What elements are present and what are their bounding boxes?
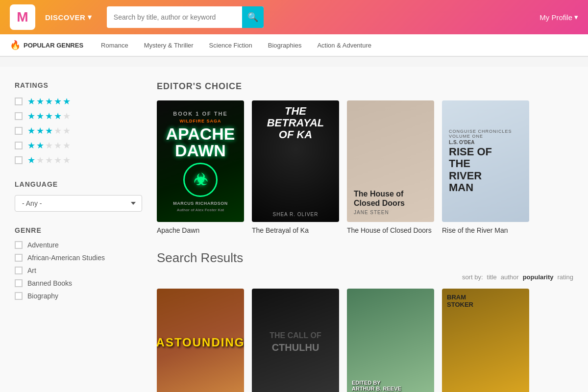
betrayal-inner: THEBETRAYALOF KA SHEA R. OLIVER (252, 100, 339, 222)
stoker-inner: BRAMSTOKER (442, 289, 529, 392)
sort-row: sort by: title author popularity rating (157, 273, 573, 281)
book-title-apache: Apache Dawn (157, 226, 244, 236)
house-author: JANE STEEN (354, 210, 389, 215)
rating-row-3: ★ ★ ★ ★ ★ (15, 125, 142, 136)
star-filled: ★ (36, 140, 44, 151)
book-title-betrayal: The Betrayal of Ka (252, 226, 339, 236)
star-empty: ★ (45, 140, 53, 151)
rating-checkbox-3[interactable] (15, 127, 23, 135)
result-cover-astounding: ASTOUNDING (157, 289, 244, 392)
apache-saga: WILDFIRE SAGA (180, 119, 221, 123)
book-cover-house: The House ofClosed Doors JANE STEEN (347, 100, 434, 222)
genre-section: GENRE Adventure African-American Studies… (15, 226, 142, 300)
genre-link-mystery[interactable]: Mystery & Thriller (136, 34, 201, 56)
star-empty: ★ (63, 155, 71, 166)
book-card-house[interactable]: The House ofClosed Doors JANE STEEN The … (347, 100, 434, 236)
language-select[interactable]: - Any - English Spanish French (15, 195, 142, 212)
rating-checkbox-5[interactable] (15, 98, 23, 105)
result-book-astounding[interactable]: ASTOUNDING (157, 289, 244, 392)
rise-title-text: RISE OFTHERIVERMAN (449, 146, 492, 194)
book-cover-rise: Conguise Chronicles Volume One L.S. O'DE… (442, 100, 529, 222)
rating-checkbox-2[interactable] (15, 142, 23, 149)
rating-checkbox-1[interactable] (15, 156, 23, 164)
result-cover-cthulhu: THE CALL OF CTHULHU (252, 289, 339, 392)
genre-checkbox-row-art: Art (15, 267, 142, 274)
stars-1: ★ ★ ★ ★ ★ (27, 155, 71, 166)
my-profile-button[interactable]: My Profile ▾ (539, 13, 578, 22)
search-icon: 🔍 (247, 12, 258, 23)
star-filled: ★ (27, 111, 35, 122)
star-empty: ★ (54, 155, 62, 166)
search-input[interactable] (107, 8, 242, 26)
search-bar: 🔍 (107, 6, 264, 28)
genre-link-scifi[interactable]: Science Fiction (201, 34, 260, 56)
cthulhu-inner: THE CALL OF CTHULHU (252, 289, 339, 392)
star-empty: ★ (63, 125, 71, 136)
rating-checkbox-4[interactable] (15, 112, 23, 120)
apache-series: BOOK 1 OF THE (173, 111, 228, 117)
sort-title[interactable]: title (487, 273, 497, 281)
genre-label-adventure: Adventure (27, 241, 59, 249)
book-card-betrayal[interactable]: THEBETRAYALOF KA SHEA R. OLIVER The Betr… (252, 100, 339, 236)
genre-link-action[interactable]: Action & Adventure (309, 34, 379, 56)
result-cover-anthology: EDITED BYARTHUR B. REEVE (347, 289, 434, 392)
star-filled: ★ (36, 111, 44, 122)
star-filled: ★ (27, 140, 35, 151)
genre-checkbox-art[interactable] (15, 267, 23, 274)
result-book-anthology[interactable]: EDITED BYARTHUR B. REEVE (347, 289, 434, 392)
editors-choice-grid: BOOK 1 OF THE WILDFIRE SAGA APACHEDAWN ☣… (157, 100, 573, 236)
star-filled: ★ (27, 155, 35, 166)
book-cover-betrayal: THEBETRAYALOF KA SHEA R. OLIVER (252, 100, 339, 222)
genre-checkbox-african[interactable] (15, 254, 23, 262)
editors-choice-title: EDITOR'S CHOICE (157, 81, 573, 92)
result-cover-stoker: BRAMSTOKER (442, 289, 529, 392)
search-results-title: Search Results (157, 250, 573, 266)
house-inner: The House ofClosed Doors JANE STEEN (347, 100, 434, 222)
sort-rating[interactable]: rating (557, 273, 573, 281)
genre-label-african: African-American Studies (27, 254, 105, 262)
book-card-apache[interactable]: BOOK 1 OF THE WILDFIRE SAGA APACHEDAWN ☣… (157, 100, 244, 236)
ratings-section: RATINGS ★ ★ ★ ★ ★ ★ ★ ★ ★ ★ (15, 81, 142, 166)
star-filled: ★ (27, 96, 35, 107)
sort-popularity[interactable]: popularity (523, 273, 554, 281)
betrayal-author: SHEA R. OLIVER (273, 212, 318, 217)
search-button[interactable]: 🔍 (242, 6, 264, 28)
star-filled: ★ (45, 96, 53, 107)
star-empty: ★ (63, 111, 71, 122)
genre-checkbox-banned[interactable] (15, 279, 23, 287)
flame-icon: 🔥 (10, 40, 21, 50)
genre-link-romance[interactable]: Romance (93, 34, 136, 56)
discover-button[interactable]: DISCOVER ▾ (45, 13, 92, 22)
discover-label: DISCOVER (45, 13, 85, 22)
star-filled: ★ (45, 111, 53, 122)
genre-checkbox-row-african: African-American Studies (15, 254, 142, 262)
star-filled: ★ (45, 125, 53, 136)
star-filled: ★ (36, 96, 44, 107)
language-title: LANGUAGE (15, 180, 142, 188)
ratings-title: RATINGS (15, 81, 142, 89)
genre-title: GENRE (15, 226, 142, 234)
popular-genres-label: 🔥 POPULAR GENRES (10, 40, 83, 50)
rise-series: Conguise Chronicles Volume One (449, 129, 522, 139)
rise-author: L.S. O'DEA (449, 140, 474, 145)
sort-author[interactable]: author (501, 273, 519, 281)
star-empty: ★ (63, 140, 71, 151)
my-profile-label: My Profile (539, 13, 572, 22)
header: M DISCOVER ▾ 🔍 My Profile ▾ (0, 0, 588, 34)
result-book-cthulhu[interactable]: THE CALL OF CTHULHU (252, 289, 339, 392)
star-filled: ★ (27, 125, 35, 136)
right-content: EDITOR'S CHOICE BOOK 1 OF THE WILDFIRE S… (157, 81, 573, 392)
biohazard-symbol: ☣ (183, 163, 218, 197)
star-filled: ★ (54, 96, 62, 107)
result-book-stoker[interactable]: BRAMSTOKER (442, 289, 529, 392)
apache-title-main: APACHEDAWN (166, 125, 235, 159)
book-card-rise[interactable]: Conguise Chronicles Volume One L.S. O'DE… (442, 100, 529, 236)
genre-link-biographies[interactable]: Biographies (260, 34, 310, 56)
logo-letter: M (17, 9, 28, 25)
star-filled: ★ (54, 111, 62, 122)
genre-checkbox-adventure[interactable] (15, 241, 23, 249)
stars-2: ★ ★ ★ ★ ★ (27, 140, 71, 151)
genre-checkbox-biography[interactable] (15, 292, 23, 300)
genre-checkbox-row-biography: Biography (15, 292, 142, 300)
book-cover-apache: BOOK 1 OF THE WILDFIRE SAGA APACHEDAWN ☣… (157, 100, 244, 222)
